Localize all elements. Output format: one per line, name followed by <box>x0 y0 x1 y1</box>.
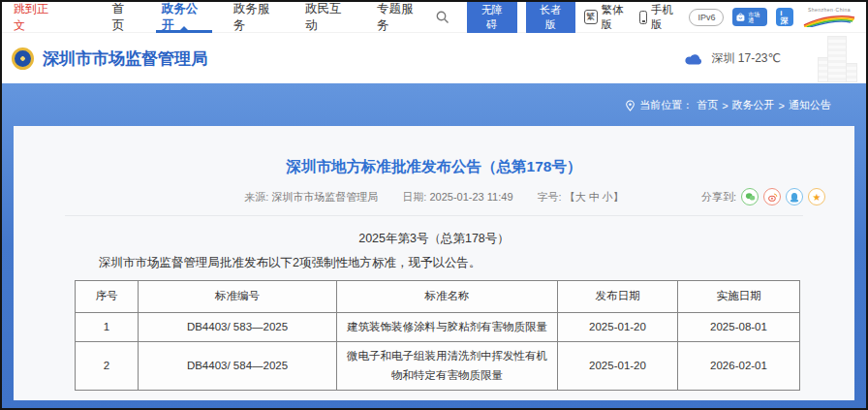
breadcrumb-section[interactable]: 政务公开 <box>732 98 775 112</box>
cell-publish-date: 2025-01-20 <box>558 312 678 342</box>
market-app-label: 市场通 <box>748 12 763 23</box>
nav-label: 政民互动 <box>305 1 350 34</box>
top-utility-bar: 跳到正文 首页 政务公开 政务服务 政民互动 专题服务 无障碍 长者版 <box>2 2 866 33</box>
traditional-icon: 繁 <box>584 10 597 24</box>
table-row: 2 DB4403/ 584—2025 微电子和电子组装用清洗剂中挥发性有机物和特… <box>76 342 800 391</box>
building-illustration <box>810 36 862 82</box>
cell-standard-name: 建筑装饰装修涂料与胶粘剂有害物质限量 <box>337 312 558 342</box>
share-bar: 分享到: ★ <box>701 188 825 205</box>
cell-publish-date: 2025-01-20 <box>558 342 678 391</box>
i-shenzhen-label: i深 <box>780 10 790 25</box>
nav-label: 政务公开 <box>162 1 206 34</box>
share-qq-icon[interactable] <box>786 188 803 205</box>
breadcrumb-prefix: 当前位置： <box>639 98 693 112</box>
nav-item-gov-disclosure[interactable]: 政务公开 <box>148 2 220 33</box>
site-header: 深圳市市场监督管理局 深圳 17-23℃ <box>2 33 866 83</box>
location-pin-icon <box>625 100 636 111</box>
cell-index: 2 <box>76 342 139 391</box>
cloud-icon <box>684 53 703 65</box>
nav-item-gov-services[interactable]: 政务服务 <box>220 2 292 33</box>
elder-version-button[interactable]: 长者版 <box>526 0 576 36</box>
table-row: 1 DB4403/ 583—2025 建筑装饰装修涂料与胶粘剂有害物质限量 20… <box>76 312 800 342</box>
rainbow-swoosh-icon <box>802 13 856 27</box>
main-nav: 首页 政务公开 政务服务 政民互动 专题服务 <box>99 2 435 33</box>
article-body: 深圳市市场监督管理局批准发布以下2项强制性地方标准，现予以公告。 <box>75 255 793 271</box>
weather-widget: 深圳 17-23℃ <box>684 50 781 67</box>
article-meta: 来源: 深圳市市场监督管理局 日期: 2025-01-23 11:49 字号: … <box>14 190 854 205</box>
breadcrumb-current[interactable]: 通知公告 <box>789 98 831 112</box>
share-favorite-icon[interactable]: ★ <box>808 188 825 205</box>
cell-standard-code: DB4403/ 584—2025 <box>139 342 337 391</box>
weather-text: 深圳 17-23℃ <box>711 50 781 67</box>
article-card: 深圳市地方标准批准发布公告（总第178号） 来源: 深圳市市场监督管理局 日期:… <box>14 126 854 400</box>
breadcrumb-home[interactable]: 首页 <box>697 98 718 112</box>
date-label: 日期: <box>402 191 426 203</box>
source-value: 深圳市市场监督管理局 <box>271 191 378 203</box>
col-header-publish-date: 发布日期 <box>558 281 678 313</box>
fontsize-label: 字号: <box>538 191 562 203</box>
cell-effective-date: 2026-02-01 <box>678 342 800 391</box>
cell-effective-date: 2025-08-01 <box>678 312 800 342</box>
cell-standard-code: DB4403/ 583—2025 <box>139 312 337 342</box>
nav-item-interaction[interactable]: 政民互动 <box>292 2 363 33</box>
ipv6-badge[interactable]: IPv6 <box>689 9 724 26</box>
mobile-label: 手机版 <box>651 3 680 32</box>
nav-item-special-topics[interactable]: 专题服务 <box>363 2 435 33</box>
agency-emblem-icon <box>12 47 34 70</box>
col-header-standard-code: 标准编号 <box>139 281 337 313</box>
nav-label: 专题服务 <box>377 1 421 34</box>
fontsize-options[interactable]: 【大 中 小】 <box>565 191 624 203</box>
col-header-index: 序号 <box>76 281 139 313</box>
doc-number: 2025年第3号（总第178号） <box>14 231 854 247</box>
share-weibo-icon[interactable] <box>763 188 781 205</box>
standards-table: 序号 标准编号 标准名称 发布日期 实施日期 1 DB4403/ 583—202… <box>75 280 800 391</box>
article-title: 深圳市地方标准批准发布公告（总第178号） <box>14 157 854 177</box>
cell-index: 1 <box>76 312 139 342</box>
i-shenzhen-app-badge[interactable]: i深 <box>776 8 793 26</box>
search-icon[interactable] <box>435 10 450 25</box>
topbar-tools: 无障碍 长者版 繁 繁体版 手机版 IPv6 市场通 i深 Shenzhen·C… <box>435 0 856 36</box>
phone-icon <box>639 11 647 24</box>
breadcrumb: 当前位置： 首页 > 政务公开 > 通知公告 <box>625 98 831 112</box>
share-wechat-icon[interactable] <box>741 188 759 205</box>
accessibility-button[interactable]: 无障碍 <box>467 0 517 36</box>
market-app-badge[interactable]: 市场通 <box>732 8 767 26</box>
meta-divider <box>65 215 803 216</box>
col-header-effective-date: 实施日期 <box>678 281 800 313</box>
traditional-label: 繁体版 <box>602 3 631 32</box>
nav-label: 首页 <box>112 1 135 34</box>
traditional-chinese-toggle[interactable]: 繁 繁体版 <box>584 3 631 32</box>
cell-standard-name: 微电子和电子组装用清洗剂中挥发性有机物和特定有害物质限量 <box>337 342 558 391</box>
page: 跳到正文 首页 政务公开 政务服务 政民互动 专题服务 无障碍 长者版 <box>0 0 868 410</box>
share-label: 分享到: <box>701 190 736 205</box>
shenzhen-city-logo[interactable]: Shenzhen·China <box>802 7 856 27</box>
date-value: 2025-01-23 11:49 <box>429 191 512 203</box>
breadcrumb-separator: > <box>779 100 785 111</box>
nav-label: 政务服务 <box>233 1 278 34</box>
nav-item-home[interactable]: 首页 <box>99 2 148 33</box>
col-header-standard-name: 标准名称 <box>337 281 558 313</box>
source-label: 来源: <box>244 191 268 203</box>
banner: 当前位置： 首页 > 政务公开 > 通知公告 深圳市地方标准批准发布公告（总第1… <box>2 83 866 408</box>
mobile-version-link[interactable]: 手机版 <box>639 3 680 32</box>
table-header-row: 序号 标准编号 标准名称 发布日期 实施日期 <box>76 281 800 313</box>
breadcrumb-separator: > <box>722 100 728 111</box>
shopping-bag-icon <box>736 12 745 22</box>
site-title: 深圳市市场监督管理局 <box>43 47 207 70</box>
skip-to-content-link[interactable]: 跳到正文 <box>14 1 58 34</box>
